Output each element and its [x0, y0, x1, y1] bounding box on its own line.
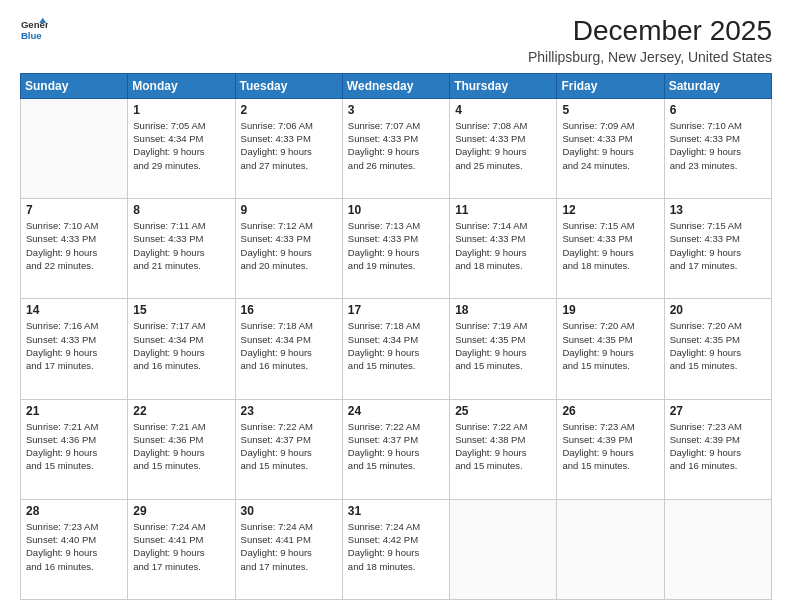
calendar-cell: 15Sunrise: 7:17 AMSunset: 4:34 PMDayligh…: [128, 299, 235, 399]
day-info: Sunrise: 7:22 AMSunset: 4:37 PMDaylight:…: [348, 420, 444, 473]
day-number: 23: [241, 404, 337, 418]
calendar-cell: 23Sunrise: 7:22 AMSunset: 4:37 PMDayligh…: [235, 399, 342, 499]
svg-text:Blue: Blue: [21, 30, 42, 41]
calendar-cell: 13Sunrise: 7:15 AMSunset: 4:33 PMDayligh…: [664, 199, 771, 299]
day-number: 10: [348, 203, 444, 217]
calendar-cell: 26Sunrise: 7:23 AMSunset: 4:39 PMDayligh…: [557, 399, 664, 499]
title-block: December 2025 Phillipsburg, New Jersey, …: [528, 16, 772, 65]
day-info: Sunrise: 7:23 AMSunset: 4:39 PMDaylight:…: [670, 420, 766, 473]
day-info: Sunrise: 7:23 AMSunset: 4:39 PMDaylight:…: [562, 420, 658, 473]
calendar-cell: 30Sunrise: 7:24 AMSunset: 4:41 PMDayligh…: [235, 499, 342, 599]
header-friday: Friday: [557, 73, 664, 98]
day-number: 11: [455, 203, 551, 217]
day-info: Sunrise: 7:16 AMSunset: 4:33 PMDaylight:…: [26, 319, 122, 372]
day-number: 19: [562, 303, 658, 317]
day-number: 6: [670, 103, 766, 117]
day-info: Sunrise: 7:20 AMSunset: 4:35 PMDaylight:…: [670, 319, 766, 372]
calendar-cell: 2Sunrise: 7:06 AMSunset: 4:33 PMDaylight…: [235, 98, 342, 198]
page: General Blue December 2025 Phillipsburg,…: [0, 0, 792, 612]
day-number: 14: [26, 303, 122, 317]
calendar-cell: 11Sunrise: 7:14 AMSunset: 4:33 PMDayligh…: [450, 199, 557, 299]
calendar-cell: 12Sunrise: 7:15 AMSunset: 4:33 PMDayligh…: [557, 199, 664, 299]
calendar-cell: 28Sunrise: 7:23 AMSunset: 4:40 PMDayligh…: [21, 499, 128, 599]
calendar-week-3: 14Sunrise: 7:16 AMSunset: 4:33 PMDayligh…: [21, 299, 772, 399]
day-number: 18: [455, 303, 551, 317]
day-info: Sunrise: 7:18 AMSunset: 4:34 PMDaylight:…: [241, 319, 337, 372]
day-info: Sunrise: 7:20 AMSunset: 4:35 PMDaylight:…: [562, 319, 658, 372]
calendar-cell: 27Sunrise: 7:23 AMSunset: 4:39 PMDayligh…: [664, 399, 771, 499]
calendar-cell: 10Sunrise: 7:13 AMSunset: 4:33 PMDayligh…: [342, 199, 449, 299]
calendar-header-row: Sunday Monday Tuesday Wednesday Thursday…: [21, 73, 772, 98]
day-number: 7: [26, 203, 122, 217]
day-number: 20: [670, 303, 766, 317]
day-number: 8: [133, 203, 229, 217]
calendar-cell: 21Sunrise: 7:21 AMSunset: 4:36 PMDayligh…: [21, 399, 128, 499]
day-info: Sunrise: 7:10 AMSunset: 4:33 PMDaylight:…: [26, 219, 122, 272]
subtitle: Phillipsburg, New Jersey, United States: [528, 49, 772, 65]
day-info: Sunrise: 7:19 AMSunset: 4:35 PMDaylight:…: [455, 319, 551, 372]
day-number: 12: [562, 203, 658, 217]
day-info: Sunrise: 7:11 AMSunset: 4:33 PMDaylight:…: [133, 219, 229, 272]
header-thursday: Thursday: [450, 73, 557, 98]
day-info: Sunrise: 7:22 AMSunset: 4:37 PMDaylight:…: [241, 420, 337, 473]
day-info: Sunrise: 7:10 AMSunset: 4:33 PMDaylight:…: [670, 119, 766, 172]
day-info: Sunrise: 7:05 AMSunset: 4:34 PMDaylight:…: [133, 119, 229, 172]
day-number: 28: [26, 504, 122, 518]
day-info: Sunrise: 7:13 AMSunset: 4:33 PMDaylight:…: [348, 219, 444, 272]
day-number: 16: [241, 303, 337, 317]
day-number: 27: [670, 404, 766, 418]
header: General Blue December 2025 Phillipsburg,…: [20, 16, 772, 65]
calendar-cell: 4Sunrise: 7:08 AMSunset: 4:33 PMDaylight…: [450, 98, 557, 198]
calendar-cell: 24Sunrise: 7:22 AMSunset: 4:37 PMDayligh…: [342, 399, 449, 499]
day-number: 9: [241, 203, 337, 217]
calendar-cell: 7Sunrise: 7:10 AMSunset: 4:33 PMDaylight…: [21, 199, 128, 299]
calendar-cell: 5Sunrise: 7:09 AMSunset: 4:33 PMDaylight…: [557, 98, 664, 198]
calendar-cell: [664, 499, 771, 599]
calendar-cell: [450, 499, 557, 599]
logo-icon: General Blue: [20, 16, 48, 44]
logo: General Blue: [20, 16, 48, 44]
calendar-cell: 17Sunrise: 7:18 AMSunset: 4:34 PMDayligh…: [342, 299, 449, 399]
day-info: Sunrise: 7:23 AMSunset: 4:40 PMDaylight:…: [26, 520, 122, 573]
calendar-cell: 16Sunrise: 7:18 AMSunset: 4:34 PMDayligh…: [235, 299, 342, 399]
day-number: 15: [133, 303, 229, 317]
calendar-cell: 31Sunrise: 7:24 AMSunset: 4:42 PMDayligh…: [342, 499, 449, 599]
day-number: 22: [133, 404, 229, 418]
day-number: 21: [26, 404, 122, 418]
day-number: 24: [348, 404, 444, 418]
day-info: Sunrise: 7:15 AMSunset: 4:33 PMDaylight:…: [562, 219, 658, 272]
day-info: Sunrise: 7:12 AMSunset: 4:33 PMDaylight:…: [241, 219, 337, 272]
header-sunday: Sunday: [21, 73, 128, 98]
day-info: Sunrise: 7:07 AMSunset: 4:33 PMDaylight:…: [348, 119, 444, 172]
day-info: Sunrise: 7:08 AMSunset: 4:33 PMDaylight:…: [455, 119, 551, 172]
day-number: 4: [455, 103, 551, 117]
calendar-week-5: 28Sunrise: 7:23 AMSunset: 4:40 PMDayligh…: [21, 499, 772, 599]
day-info: Sunrise: 7:17 AMSunset: 4:34 PMDaylight:…: [133, 319, 229, 372]
calendar-cell: 19Sunrise: 7:20 AMSunset: 4:35 PMDayligh…: [557, 299, 664, 399]
header-wednesday: Wednesday: [342, 73, 449, 98]
day-number: 25: [455, 404, 551, 418]
day-number: 1: [133, 103, 229, 117]
calendar-cell: 18Sunrise: 7:19 AMSunset: 4:35 PMDayligh…: [450, 299, 557, 399]
day-info: Sunrise: 7:14 AMSunset: 4:33 PMDaylight:…: [455, 219, 551, 272]
day-number: 29: [133, 504, 229, 518]
day-info: Sunrise: 7:24 AMSunset: 4:42 PMDaylight:…: [348, 520, 444, 573]
day-info: Sunrise: 7:09 AMSunset: 4:33 PMDaylight:…: [562, 119, 658, 172]
day-number: 3: [348, 103, 444, 117]
calendar-cell: 1Sunrise: 7:05 AMSunset: 4:34 PMDaylight…: [128, 98, 235, 198]
calendar-cell: 8Sunrise: 7:11 AMSunset: 4:33 PMDaylight…: [128, 199, 235, 299]
calendar-cell: 29Sunrise: 7:24 AMSunset: 4:41 PMDayligh…: [128, 499, 235, 599]
day-info: Sunrise: 7:15 AMSunset: 4:33 PMDaylight:…: [670, 219, 766, 272]
day-info: Sunrise: 7:24 AMSunset: 4:41 PMDaylight:…: [241, 520, 337, 573]
calendar-cell: 25Sunrise: 7:22 AMSunset: 4:38 PMDayligh…: [450, 399, 557, 499]
day-info: Sunrise: 7:21 AMSunset: 4:36 PMDaylight:…: [26, 420, 122, 473]
day-number: 17: [348, 303, 444, 317]
day-info: Sunrise: 7:24 AMSunset: 4:41 PMDaylight:…: [133, 520, 229, 573]
calendar-week-4: 21Sunrise: 7:21 AMSunset: 4:36 PMDayligh…: [21, 399, 772, 499]
day-number: 30: [241, 504, 337, 518]
day-number: 31: [348, 504, 444, 518]
day-info: Sunrise: 7:06 AMSunset: 4:33 PMDaylight:…: [241, 119, 337, 172]
day-number: 13: [670, 203, 766, 217]
calendar-cell: [21, 98, 128, 198]
header-tuesday: Tuesday: [235, 73, 342, 98]
